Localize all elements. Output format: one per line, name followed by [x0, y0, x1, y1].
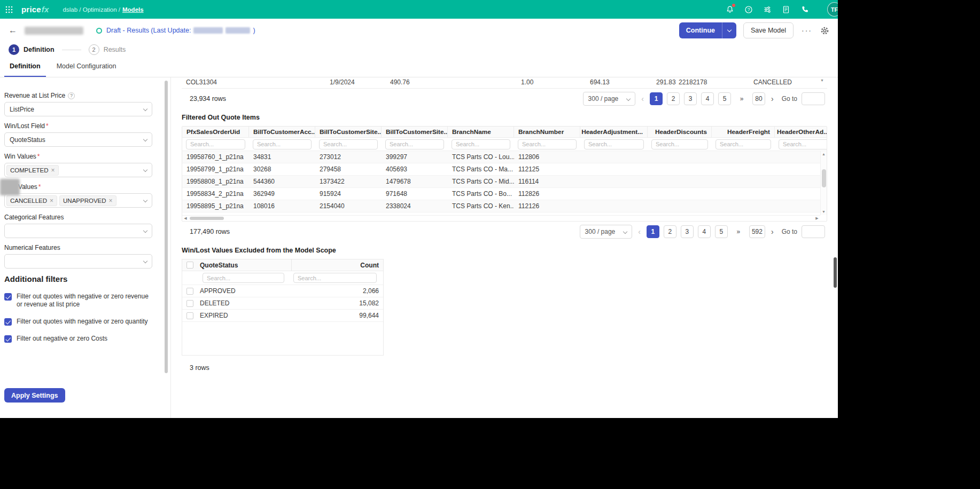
page-button-1[interactable]: 1: [647, 225, 659, 238]
filter-checkbox-costs[interactable]: Filter out negative or zero Costs: [4, 335, 152, 343]
categorical-features-select[interactable]: [4, 224, 152, 238]
win-values-select[interactable]: COMPLETED×: [4, 163, 152, 177]
column-header[interactable]: HeaderOtherAd...: [775, 127, 827, 137]
quotestatus-search-input[interactable]: [203, 273, 284, 283]
table-row[interactable]: 19958760_1_p21na34831273012399297TCS Par…: [182, 151, 827, 163]
checkbox-checked-icon[interactable]: [4, 318, 12, 326]
column-header[interactable]: BillToCustomerSite...: [382, 127, 448, 137]
column-header[interactable]: BillToCustomerAcc...: [249, 127, 315, 137]
goto-page-input[interactable]: [802, 225, 825, 238]
more-actions-button[interactable]: ···: [800, 26, 813, 35]
column-header[interactable]: HeaderFreight: [712, 127, 775, 137]
page-button-3[interactable]: 3: [684, 92, 697, 105]
checkbox-checked-icon[interactable]: [4, 293, 12, 301]
save-model-button[interactable]: Save Model: [743, 22, 794, 38]
page-size-select[interactable]: 300 / page: [580, 225, 633, 239]
excluded-row[interactable]: DELETED15,082: [182, 297, 383, 310]
revenue-select[interactable]: ListPrice: [4, 102, 152, 116]
page-button-3[interactable]: 3: [681, 225, 694, 238]
column-search-input[interactable]: [584, 139, 644, 149]
table-row[interactable]: 19958799_1_p21na30268279458405693TCS Par…: [182, 163, 827, 176]
excluded-row[interactable]: EXPIRED99,644: [182, 310, 383, 322]
document-icon[interactable]: [781, 4, 791, 15]
column-header-count[interactable]: Count: [291, 259, 383, 271]
apps-grid-icon[interactable]: [4, 5, 14, 14]
prev-page-button[interactable]: ‹: [640, 94, 645, 103]
column-search-input[interactable]: [518, 139, 577, 149]
checkbox-checked-icon[interactable]: [4, 335, 12, 343]
numerical-features-select[interactable]: [4, 254, 152, 269]
page-size-select[interactable]: 300 / page: [583, 92, 636, 106]
column-header[interactable]: HeaderAdjustment...: [580, 127, 648, 137]
tab-definition[interactable]: Definition: [4, 57, 46, 77]
table-vertical-scrollbar[interactable]: ▲ ▼: [820, 151, 827, 215]
column-header[interactable]: BranchName: [448, 127, 514, 137]
lost-values-select[interactable]: CANCELLED× UNAPPROVED×: [4, 193, 152, 208]
remove-tag-icon[interactable]: ×: [51, 167, 55, 173]
table-row[interactable]: 19958834_2_p21na362949915924971648TCS Pa…: [182, 188, 827, 200]
jump-next-button[interactable]: »: [735, 92, 748, 105]
scroll-left-icon[interactable]: ◀: [182, 216, 189, 220]
step-2-circle[interactable]: 2: [89, 44, 99, 55]
column-header[interactable]: BranchNumber: [514, 127, 580, 137]
column-header[interactable]: HeaderDiscounts: [648, 127, 712, 137]
page-button-5[interactable]: 5: [718, 92, 731, 105]
help-icon[interactable]: ?: [743, 4, 754, 15]
next-page-button[interactable]: ›: [769, 227, 775, 236]
jump-next-button[interactable]: »: [732, 225, 745, 238]
excluded-row[interactable]: APPROVED2,066: [182, 285, 383, 297]
page-button-4[interactable]: 4: [701, 92, 714, 105]
prev-page-button[interactable]: ‹: [636, 227, 642, 236]
tab-model-configuration[interactable]: Model Configuration: [51, 57, 122, 77]
column-header-quotestatus[interactable]: QuoteStatus: [200, 262, 291, 269]
continue-button[interactable]: Continue: [679, 22, 736, 38]
scroll-right-icon[interactable]: ▶: [814, 216, 820, 220]
column-search-input[interactable]: [253, 139, 312, 149]
continue-dropdown-icon[interactable]: [722, 30, 736, 31]
table-row[interactable]: 19958808_1_p21na54436013734221479678TCS …: [182, 176, 827, 188]
column-search-input[interactable]: [385, 139, 444, 149]
page-button-1[interactable]: 1: [650, 92, 663, 105]
column-search-input[interactable]: [319, 139, 378, 149]
page-button-2[interactable]: 2: [667, 92, 680, 105]
vertical-scroll-thumb[interactable]: [822, 169, 826, 187]
page-button-80[interactable]: 80: [752, 92, 765, 105]
column-header[interactable]: BillToCustomerSite...: [315, 127, 382, 137]
table-horizontal-scrollbar[interactable]: ◀ ▶: [182, 215, 820, 221]
win-lost-field-select[interactable]: QuoteStatus: [4, 132, 152, 147]
avatar[interactable]: TF: [827, 2, 838, 17]
remove-tag-icon[interactable]: ×: [50, 198, 53, 204]
scroll-down-icon[interactable]: ▼: [822, 209, 826, 215]
page-button-4[interactable]: 4: [698, 225, 711, 238]
filter-checkbox-quantity[interactable]: Filter out quotes with negative or zero …: [4, 318, 152, 326]
column-search-input[interactable]: [452, 139, 510, 149]
row-checkbox[interactable]: [186, 288, 193, 295]
column-header[interactable]: PfxSalesOrderUid: [182, 127, 249, 137]
page-button-592[interactable]: 592: [749, 225, 765, 238]
sidebar-scrollbar[interactable]: [165, 81, 168, 373]
breadcrumb-current[interactable]: Models: [122, 6, 144, 13]
bell-icon[interactable]: [725, 4, 735, 15]
column-search-input[interactable]: [779, 139, 827, 149]
page-button-2[interactable]: 2: [664, 225, 676, 238]
next-page-button[interactable]: ›: [769, 94, 775, 103]
window-scrollbar-thumb[interactable]: [834, 257, 837, 288]
row-checkbox[interactable]: [186, 312, 193, 319]
row-checkbox[interactable]: [186, 300, 193, 307]
table-row[interactable]: 19958895_1_p21na10801621540402338024TCS …: [182, 200, 827, 212]
status-link[interactable]: Draft - Results (Last Update: ): [106, 27, 255, 34]
column-search-input[interactable]: [186, 139, 245, 149]
scroll-down-icon[interactable]: ▼: [820, 78, 824, 82]
phone-icon[interactable]: [799, 4, 810, 15]
column-search-input[interactable]: [715, 139, 771, 149]
remove-tag-icon[interactable]: ×: [109, 198, 113, 204]
column-search-input[interactable]: [651, 139, 708, 149]
gear-icon[interactable]: [820, 26, 829, 35]
step-1-circle[interactable]: 1: [9, 44, 19, 55]
sliders-icon[interactable]: [762, 4, 773, 15]
horizontal-scroll-thumb[interactable]: [190, 217, 224, 220]
count-search-input[interactable]: [293, 273, 377, 283]
apply-settings-button[interactable]: Apply Settings: [4, 388, 65, 403]
select-all-checkbox[interactable]: [186, 262, 193, 269]
help-badge-icon[interactable]: ?: [68, 92, 75, 99]
